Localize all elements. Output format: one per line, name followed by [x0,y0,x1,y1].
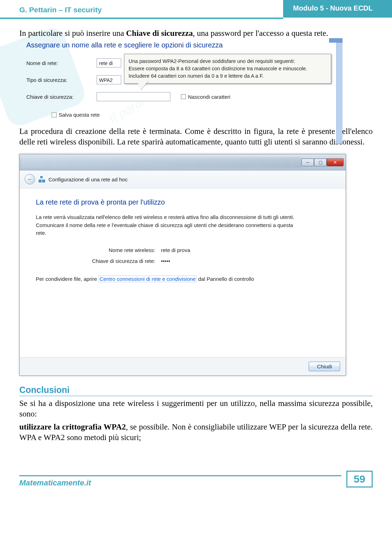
label-wireless-name: Nome rete wireless: [81,247,155,253]
tooltip-line-2: Essere composta da 8 a 63 caratteri con … [129,65,327,72]
conclusion-bold: utilizzare la crittografia WPA2 [19,422,126,431]
arrow-left-icon: ← [27,176,33,182]
titlebar-blur [22,157,301,168]
header-author: G. Pettarin – IT security [0,1,283,19]
label-hide-chars: Nascondi caratteri [188,94,230,100]
label-security-type: Tipo di sicurezza: [26,77,97,83]
share-files-text: Per condividere file, aprire Centro conn… [36,276,329,282]
input-security-key[interactable] [97,92,170,101]
page-number: 59 [346,471,373,488]
intro-pre: In particolare si può inserire una [19,29,126,38]
checkbox-hide-chars[interactable] [181,94,186,99]
back-button[interactable]: ← [25,174,35,185]
value-network-key: ••••• [161,258,170,264]
wizard-breadcrumb-bar: ← Configurazione di una rete ad hoc [20,170,346,188]
window-corner-accent [329,38,342,43]
intro-bold: Chiave di sicurezza [126,29,193,38]
section-title-conclusions: Conclusioni [19,385,373,396]
conclusion-intro: Se si ha a disposizione una rete wireles… [19,398,373,419]
breadcrumb-text: Configurazione di una rete ad hoc [48,176,128,182]
checkbox-save-network[interactable] [52,112,57,117]
dialog-title: Assegnare un nome alla rete e scegliere … [26,41,342,49]
intro-paragraph: In particolare si può inserire una Chiav… [19,28,373,38]
value-wireless-name: rete di prova [161,247,190,253]
close-button[interactable]: Chiudi [309,362,340,371]
wizard-footer: Chiudi [20,357,346,375]
network-icon [39,176,45,182]
label-network-key: Chiave di sicurezza di rete: [81,258,155,264]
conclusion-item-1: utilizzare la crittografia WPA2, se poss… [19,422,373,443]
close-window-button[interactable]: ✕ [327,159,344,166]
label-security-key: Chiave di sicurezza: [26,94,97,100]
wizard-description: La rete verrà visualizzata nell'elenco d… [36,213,303,237]
screenshot-wizard-window: ─ ▢ ✕ ← Configurazione di una rete ad ho… [19,154,346,376]
minimize-button[interactable]: ─ [301,159,314,166]
header-module: Modulo 5 - Nuova ECDL [283,0,392,18]
maximize-button[interactable]: ▢ [314,159,327,166]
share-post: dal Pannello di controllo [197,276,254,282]
select-security-type[interactable]: WPA2 [97,75,121,84]
tooltip-tail-icon [137,81,148,90]
tooltip-line-3: Includere 64 caratteri con numeri da 0 a… [129,72,327,80]
share-pre: Per condividere file, aprire [36,276,98,282]
input-network-name[interactable]: rete di [97,58,121,67]
procedure-paragraph: La procedura di creazione della rete è t… [19,126,373,147]
screenshot-network-options: Assegnare un nome alla rete e scegliere … [26,41,342,118]
label-save-network: Salva questa rete [59,112,100,118]
link-network-center[interactable]: Centro connessioni di rete e condivision… [98,276,197,282]
tooltip-wpa2-requirements: Una password WPA2-Personal deve soddisfa… [124,54,331,84]
wizard-heading: La rete rete di prova è pronta per l'uti… [36,198,329,206]
window-titlebar: ─ ▢ ✕ [20,154,346,170]
tooltip-line-1: Una password WPA2-Personal deve soddisfa… [129,58,327,65]
window-right-border [336,38,342,144]
intro-post: , una password per l'accesso a questa re… [193,29,328,38]
label-network-name: Nome di rete: [26,60,97,66]
footer-site: Matematicamente.it [19,475,341,488]
